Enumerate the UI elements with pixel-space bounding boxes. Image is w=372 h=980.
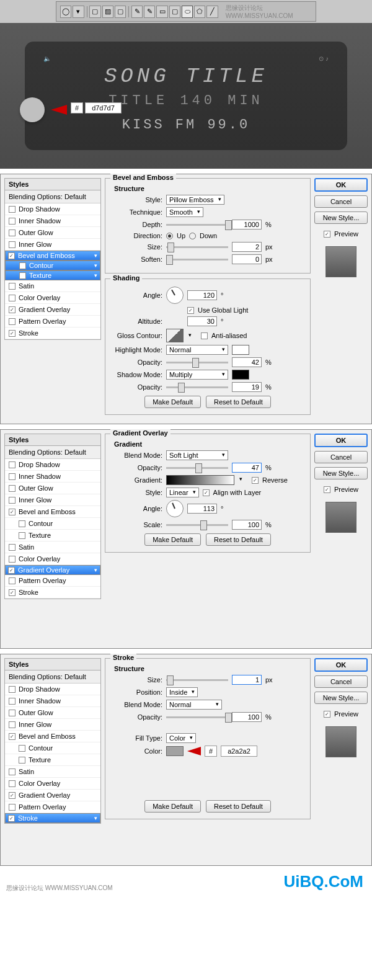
fill-pixels-icon[interactable]: ▢: [115, 6, 126, 18]
highlight-color-swatch[interactable]: [232, 345, 249, 355]
cancel-button[interactable]: Cancel: [314, 195, 368, 208]
new-style-button[interactable]: New Style...: [314, 467, 368, 479]
highlight-opacity-slider[interactable]: [166, 362, 228, 363]
style-outer-glow[interactable]: Outer Glow: [5, 707, 100, 719]
style-drop-shadow[interactable]: Drop Shadow: [5, 684, 100, 695]
style-pattern-overlay[interactable]: Pattern Overlay: [5, 575, 100, 587]
style-outer-glow[interactable]: Outer Glow: [5, 227, 100, 239]
make-default-button[interactable]: Make Default: [144, 533, 201, 546]
grad-angle-dial[interactable]: [166, 500, 184, 517]
style-bevel-emboss[interactable]: ✓Bevel and Emboss: [5, 251, 100, 261]
altitude-input[interactable]: 30: [187, 316, 217, 326]
style-texture[interactable]: Texture: [5, 530, 100, 541]
style-drop-shadow[interactable]: Drop Shadow: [5, 203, 100, 215]
make-default-button[interactable]: Make Default: [144, 396, 201, 408]
highlight-mode-select[interactable]: Normal: [166, 345, 228, 355]
stroke-color-swatch[interactable]: [166, 746, 184, 756]
style-stroke[interactable]: ✓Stroke: [5, 587, 100, 599]
style-stroke[interactable]: ✓Stroke: [5, 327, 100, 339]
stroke-filltype-select[interactable]: Color: [166, 733, 196, 743]
style-satin[interactable]: Satin: [5, 766, 100, 778]
new-style-button[interactable]: New Style...: [314, 212, 368, 224]
style-inner-shadow[interactable]: Inner Shadow: [5, 695, 100, 707]
size-input[interactable]: 2: [232, 242, 262, 252]
stroke-size-slider[interactable]: [166, 679, 228, 681]
style-color-overlay[interactable]: Color Overlay: [5, 292, 100, 304]
style-pattern-overlay[interactable]: Pattern Overlay: [5, 801, 100, 813]
global-light-checkbox[interactable]: ✓: [187, 307, 194, 314]
preview-checkbox[interactable]: ✓: [324, 486, 330, 493]
style-satin[interactable]: Satin: [5, 280, 100, 292]
style-contour[interactable]: Contour: [5, 261, 100, 270]
shadow-mode-select[interactable]: Multiply: [166, 370, 228, 380]
direction-up-radio[interactable]: [166, 233, 173, 239]
stroke-size-input[interactable]: 1: [232, 675, 262, 685]
pen-icon[interactable]: ✎: [131, 6, 143, 18]
ok-button[interactable]: OK: [314, 658, 368, 672]
blending-options[interactable]: Blending Options: Default: [5, 190, 100, 203]
freeform-pen-icon[interactable]: ✎: [144, 6, 155, 18]
gradient-swatch[interactable]: [166, 475, 234, 485]
style-drop-shadow[interactable]: Drop Shadow: [5, 459, 100, 471]
style-inner-glow[interactable]: Inner Glow: [5, 719, 100, 731]
style-inner-glow[interactable]: Inner Glow: [5, 239, 100, 251]
style-inner-shadow[interactable]: Inner Shadow: [5, 471, 100, 483]
line-icon[interactable]: ╱: [206, 6, 218, 18]
soften-input[interactable]: 0: [232, 254, 262, 264]
style-outer-glow[interactable]: Outer Glow: [5, 483, 100, 494]
gloss-contour-swatch[interactable]: [166, 329, 184, 342]
direction-down-radio[interactable]: [189, 233, 196, 239]
style-gradient-overlay[interactable]: ✓Gradient Overlay: [5, 565, 100, 575]
style-color-overlay[interactable]: Color Overlay: [5, 553, 100, 565]
grad-scale-slider[interactable]: [166, 524, 228, 526]
new-style-button[interactable]: New Style...: [314, 692, 368, 704]
polygon-icon[interactable]: ⬠: [194, 6, 205, 18]
size-slider[interactable]: [166, 246, 228, 248]
ellipse-shape-icon[interactable]: ⬭: [182, 6, 193, 18]
stroke-opacity-input[interactable]: 100: [232, 712, 262, 722]
soften-slider[interactable]: [166, 259, 228, 261]
cancel-button[interactable]: Cancel: [314, 675, 368, 688]
make-default-button[interactable]: Make Default: [144, 800, 201, 813]
bevel-style-select[interactable]: Pillow Emboss: [166, 195, 224, 205]
grad-opacity-input[interactable]: 47: [232, 463, 262, 473]
ok-button[interactable]: OK: [314, 178, 368, 192]
shadow-opacity-slider[interactable]: [166, 386, 228, 388]
highlight-opacity-input[interactable]: 42: [232, 357, 262, 367]
style-contour[interactable]: Contour: [5, 742, 100, 754]
rectangle-icon[interactable]: ▭: [156, 6, 167, 18]
stroke-position-select[interactable]: Inside: [166, 687, 198, 697]
angle-dial[interactable]: [166, 287, 184, 304]
depth-input[interactable]: 1000: [232, 220, 262, 229]
cancel-button[interactable]: Cancel: [314, 451, 368, 463]
reset-default-button[interactable]: Reset to Default: [206, 533, 271, 546]
paths-icon[interactable]: ▨: [102, 6, 113, 18]
angle-input[interactable]: 120: [187, 290, 217, 300]
grad-opacity-slider[interactable]: [166, 467, 228, 469]
grad-scale-input[interactable]: 100: [232, 520, 262, 530]
ok-button[interactable]: OK: [314, 434, 368, 447]
style-pattern-overlay[interactable]: Pattern Overlay: [5, 316, 100, 327]
style-gradient-overlay[interactable]: ✓Gradient Overlay: [5, 304, 100, 316]
shadow-opacity-input[interactable]: 19: [232, 382, 262, 392]
style-inner-glow[interactable]: Inner Glow: [5, 494, 100, 506]
style-satin[interactable]: Satin: [5, 541, 100, 553]
dropdown-icon[interactable]: ▾: [73, 6, 84, 18]
shadow-color-swatch[interactable]: [232, 370, 249, 380]
reverse-checkbox[interactable]: ✓: [252, 477, 259, 484]
style-stroke[interactable]: ✓Stroke: [5, 813, 100, 823]
style-contour[interactable]: Contour: [5, 518, 100, 530]
align-layer-checkbox[interactable]: ✓: [203, 489, 210, 496]
stroke-opacity-slider[interactable]: [166, 716, 228, 718]
stroke-blend-select[interactable]: Normal: [166, 700, 222, 710]
reset-default-button[interactable]: Reset to Default: [206, 800, 271, 813]
preview-checkbox[interactable]: ✓: [324, 231, 330, 238]
style-gradient-overlay[interactable]: ✓Gradient Overlay: [5, 790, 100, 801]
shape-layer-icon[interactable]: ▢: [89, 6, 100, 18]
rounded-rect-icon[interactable]: ▢: [169, 6, 180, 18]
style-color-overlay[interactable]: Color Overlay: [5, 778, 100, 790]
bevel-technique-select[interactable]: Smooth: [166, 207, 203, 217]
style-texture[interactable]: Texture: [5, 270, 100, 280]
preview-checkbox[interactable]: ✓: [324, 711, 330, 718]
style-inner-shadow[interactable]: Inner Shadow: [5, 215, 100, 227]
